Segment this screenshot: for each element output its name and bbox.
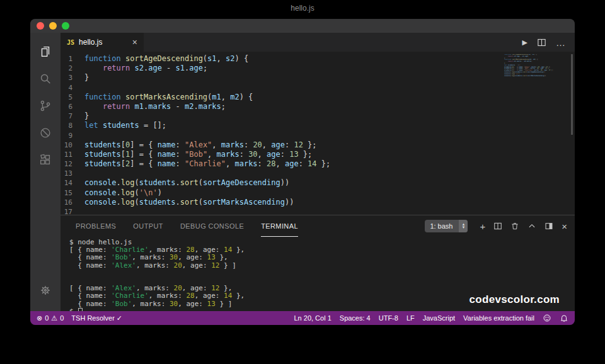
- code-text: }: [84, 111, 89, 121]
- extension-notice[interactable]: Variables extraction fail: [463, 314, 534, 322]
- line-number: 14: [60, 178, 84, 188]
- debug-icon[interactable]: [30, 119, 60, 146]
- line-number: 10: [60, 140, 84, 150]
- code-line[interactable]: 17: [60, 207, 575, 215]
- main-area: JS hello.js × ▶ … 1function sortAgeDesce…: [30, 33, 575, 311]
- line-number: 15: [60, 188, 84, 198]
- code-line[interactable]: 11students[1] = { name: "Bob", marks: 30…: [60, 150, 575, 159]
- line-number: 12: [60, 159, 84, 169]
- status-left: ⊗ 0 ⚠ 0 TSH Resolver ✓: [37, 314, 122, 322]
- extensions-icon[interactable]: [30, 146, 60, 173]
- panel-tab-terminal[interactable]: TERMINAL: [261, 215, 298, 237]
- code-text: students[0] = { name: "Alex", marks: 20,…: [84, 140, 317, 150]
- code-line[interactable]: 12students[2] = { name: "Charlie", marks…: [60, 159, 575, 169]
- warning-count: 0: [60, 314, 64, 322]
- panel: PROBLEMSOUTPUTDEBUG CONSOLETERMINAL 1: b…: [60, 215, 575, 311]
- split-terminal-button[interactable]: [493, 222, 502, 230]
- zoom-window-button[interactable]: [62, 22, 69, 30]
- code-text: return m1.marks - m2.marks;: [84, 102, 226, 111]
- tab-bar: JS hello.js × ▶ …: [60, 33, 575, 52]
- indentation-setting[interactable]: Spaces: 4: [340, 314, 371, 322]
- line-number: 8: [60, 121, 84, 130]
- code-line[interactable]: 14console.log(students.sort(sortAgeDesce…: [60, 178, 575, 188]
- panel-tab-output[interactable]: OUTPUT: [133, 215, 163, 237]
- terminal-line: $: [69, 308, 575, 311]
- editor[interactable]: 1function sortAgeDescending(s1, s2) {2 r…: [60, 52, 575, 215]
- encoding-setting[interactable]: UTF-8: [379, 314, 398, 322]
- close-panel-button[interactable]: ×: [562, 222, 567, 231]
- code-line[interactable]: 6 return m1.marks - m2.marks;: [60, 102, 575, 111]
- settings-gear-icon[interactable]: [30, 276, 60, 304]
- editor-column: JS hello.js × ▶ … 1function sortAgeDesce…: [60, 33, 575, 311]
- terminal-shell-select[interactable]: 1: bash ▲▼: [425, 220, 468, 232]
- terminal-cursor: [78, 308, 83, 311]
- code-text: function sortMarksAscending(m1, m2) {: [84, 93, 253, 102]
- line-number: 1: [60, 54, 84, 64]
- maximize-panel-chevron-icon[interactable]: [527, 222, 536, 230]
- code-text: return s2.age - s1.age;: [84, 64, 207, 73]
- scrollbar[interactable]: [571, 54, 573, 135]
- kill-terminal-trash-icon[interactable]: [510, 222, 519, 230]
- line-number: 11: [60, 150, 84, 159]
- tab-hello-js[interactable]: JS hello.js ×: [60, 33, 144, 52]
- code-line[interactable]: 10students[0] = { name: "Alex", marks: 2…: [60, 140, 575, 150]
- status-bar: ⊗ 0 ⚠ 0 TSH Resolver ✓ Ln 20, Col 1 Spac…: [30, 311, 575, 325]
- code-line[interactable]: 16console.log(students.sort(sortMarksAsc…: [60, 198, 575, 207]
- window-title: hello.js: [0, 4, 605, 13]
- feedback-smiley-icon[interactable]: [543, 314, 551, 322]
- vscode-window: JS hello.js × ▶ … 1function sortAgeDesce…: [30, 19, 575, 325]
- code-text: console.log(students.sort(sortAgeDescend…: [84, 178, 289, 188]
- code-line[interactable]: 4: [60, 83, 575, 93]
- warning-icon: ⚠: [51, 314, 57, 322]
- language-mode[interactable]: JavaScript: [423, 314, 455, 322]
- code-text: let students = [];: [84, 121, 166, 130]
- code-line[interactable]: 5function sortMarksAscending(m1, m2) {: [60, 93, 575, 102]
- code-text: students[2] = { name: "Charlie", marks: …: [84, 159, 330, 169]
- line-number: 13: [60, 169, 84, 178]
- panel-tab-problems[interactable]: PROBLEMS: [76, 215, 116, 237]
- source-control-icon[interactable]: [30, 92, 60, 119]
- search-icon[interactable]: [30, 65, 60, 92]
- titlebar[interactable]: [30, 19, 575, 33]
- cursor-position[interactable]: Ln 20, Col 1: [294, 314, 331, 322]
- line-number: 7: [60, 111, 84, 121]
- panel-header: PROBLEMSOUTPUTDEBUG CONSOLETERMINAL 1: b…: [60, 215, 575, 237]
- more-actions-button[interactable]: …: [556, 37, 566, 48]
- line-number: 4: [60, 83, 84, 93]
- notifications-bell-icon[interactable]: [560, 314, 568, 322]
- code-line[interactable]: 8let students = [];: [60, 121, 575, 130]
- toggle-panel-position-icon[interactable]: [544, 222, 553, 230]
- code-line[interactable]: 2 return s2.age - s1.age;: [60, 64, 575, 73]
- code-line[interactable]: 15console.log('\n'): [60, 188, 575, 198]
- code-line[interactable]: 1function sortAgeDescending(s1, s2) {: [60, 54, 575, 64]
- line-number: 3: [60, 73, 84, 82]
- minimap[interactable]: function sortAgeDescending(s1, s2) { ret…: [504, 54, 567, 77]
- panel-tabs: PROBLEMSOUTPUTDEBUG CONSOLETERMINAL: [76, 215, 315, 237]
- run-button[interactable]: ▶: [522, 38, 527, 47]
- code-line[interactable]: 13: [60, 169, 575, 178]
- eol-setting[interactable]: LF: [406, 314, 415, 322]
- terminal-line: [69, 270, 575, 277]
- tab-label: hello.js: [79, 38, 102, 47]
- tsh-resolver-status[interactable]: TSH Resolver ✓: [71, 314, 122, 322]
- explorer-icon[interactable]: [30, 38, 60, 65]
- code-line[interactable]: 9: [60, 131, 575, 140]
- problems-indicator[interactable]: ⊗ 0 ⚠ 0: [37, 314, 64, 322]
- traffic-lights: [37, 22, 69, 30]
- code-line[interactable]: 7}: [60, 111, 575, 121]
- javascript-file-icon: JS: [67, 39, 74, 46]
- split-editor-button[interactable]: [537, 38, 546, 47]
- line-number: 17: [60, 207, 84, 215]
- panel-tab-debug-console[interactable]: DEBUG CONSOLE: [180, 215, 244, 237]
- select-stepper-icon: ▲▼: [459, 220, 468, 232]
- code-lines: 1function sortAgeDescending(s1, s2) {2 r…: [60, 54, 575, 215]
- line-number: 2: [60, 64, 84, 73]
- close-window-button[interactable]: [37, 22, 44, 30]
- new-terminal-button[interactable]: +: [480, 222, 485, 231]
- tab-close-icon[interactable]: ×: [132, 38, 137, 47]
- code-line[interactable]: 3}: [60, 73, 575, 82]
- editor-actions: ▶ …: [522, 33, 575, 52]
- shell-select-value: 1: bash: [430, 222, 459, 230]
- minimize-window-button[interactable]: [49, 22, 57, 30]
- line-number: 9: [60, 131, 84, 140]
